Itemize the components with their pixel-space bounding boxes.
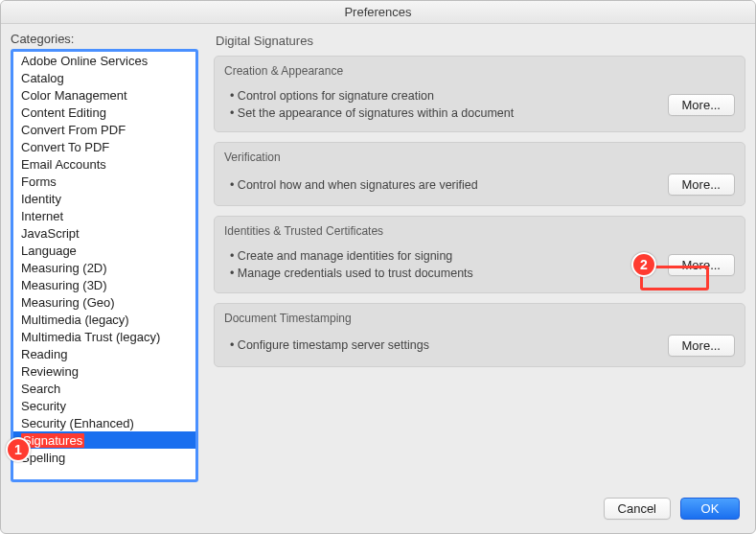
- category-item-color-management[interactable]: Color Management: [13, 86, 195, 104]
- category-item-security[interactable]: Security: [13, 397, 195, 414]
- window-title: Preferences: [1, 1, 755, 24]
- category-item-search[interactable]: Search: [13, 380, 195, 397]
- more-button[interactable]: More...: [668, 94, 735, 116]
- section-heading: Verification: [224, 151, 735, 164]
- section-bullets: Control how and when signatures are veri…: [224, 176, 478, 194]
- category-item-measuring-3d-[interactable]: Measuring (3D): [13, 276, 195, 293]
- categories-listbox[interactable]: Adobe Online ServicesCatalogColor Manage…: [13, 52, 195, 479]
- category-item-multimedia-trust-legacy-[interactable]: Multimedia Trust (legacy): [13, 328, 195, 345]
- section-bullets: Create and manage identities for signing…: [224, 247, 473, 282]
- section-row: Control options for signature creationSe…: [224, 87, 735, 122]
- section-row: Create and manage identities for signing…: [224, 247, 735, 282]
- category-item-adobe-online-services[interactable]: Adobe Online Services: [13, 52, 195, 69]
- categories-listbox-highlight: Adobe Online ServicesCatalogColor Manage…: [11, 49, 198, 482]
- bullet-item: Create and manage identities for signing: [230, 247, 473, 265]
- section-bullets: Control options for signature creationSe…: [224, 87, 514, 122]
- bullet-item: Set the appearance of signatures within …: [230, 104, 514, 122]
- section-identities-trusted-certificates: Identities & Trusted CertificatesCreate …: [214, 216, 745, 292]
- bullet-item: Control options for signature creation: [230, 87, 514, 104]
- ok-button[interactable]: OK: [680, 498, 740, 520]
- section-verification: VerificationControl how and when signatu…: [214, 142, 745, 206]
- category-item-javascript[interactable]: JavaScript: [13, 224, 195, 242]
- section-row: Control how and when signatures are veri…: [224, 174, 735, 196]
- category-item-content-editing[interactable]: Content Editing: [13, 104, 195, 121]
- bullet-item: Control how and when signatures are veri…: [230, 176, 478, 194]
- settings-panel: Digital Signatures Creation & Appearance…: [214, 32, 745, 488]
- category-item-email-accounts[interactable]: Email Accounts: [13, 155, 195, 173]
- category-item-catalog[interactable]: Catalog: [13, 69, 195, 86]
- category-item-convert-to-pdf[interactable]: Convert To PDF: [13, 138, 195, 155]
- bullet-item: Configure timestamp server settings: [230, 337, 429, 354]
- category-item-language[interactable]: Language: [13, 242, 195, 259]
- preferences-window: Preferences Categories: Adobe Online Ser…: [0, 0, 756, 534]
- cancel-button[interactable]: Cancel: [604, 498, 671, 520]
- panel-title: Digital Signatures: [216, 34, 745, 48]
- section-row: Configure timestamp server settingsMore.…: [224, 335, 735, 357]
- annotation-callout-2: 2: [631, 252, 656, 277]
- dialog-footer: Cancel OK: [1, 488, 755, 533]
- category-item-spelling[interactable]: Spelling: [13, 449, 195, 466]
- categories-label: Categories:: [11, 32, 198, 46]
- more-button[interactable]: More...: [668, 335, 735, 357]
- category-item-measuring-2d-[interactable]: Measuring (2D): [13, 259, 195, 276]
- more-button[interactable]: More...: [668, 254, 735, 276]
- section-heading: Document Timestamping: [224, 312, 735, 325]
- category-item-reading[interactable]: Reading: [13, 345, 195, 362]
- section-heading: Creation & Appearance: [224, 64, 735, 78]
- category-item-convert-from-pdf[interactable]: Convert From PDF: [13, 121, 195, 138]
- category-item-internet[interactable]: Internet: [13, 207, 195, 224]
- category-item-reviewing[interactable]: Reviewing: [13, 362, 195, 380]
- more-button[interactable]: More...: [668, 174, 735, 196]
- section-bullets: Configure timestamp server settings: [224, 337, 429, 354]
- section-document-timestamping: Document TimestampingConfigure timestamp…: [214, 303, 745, 367]
- category-item-multimedia-legacy-[interactable]: Multimedia (legacy): [13, 311, 195, 328]
- category-item-measuring-geo-[interactable]: Measuring (Geo): [13, 293, 195, 311]
- category-item-signatures[interactable]: Signatures: [13, 431, 195, 449]
- category-item-identity[interactable]: Identity: [13, 190, 195, 207]
- categories-column: Categories: Adobe Online ServicesCatalog…: [11, 32, 198, 488]
- category-item-forms[interactable]: Forms: [13, 173, 195, 190]
- settings-sections: Creation & AppearanceControl options for…: [214, 56, 745, 488]
- annotation-callout-1: 1: [6, 437, 31, 462]
- category-item-security-enhanced-[interactable]: Security (Enhanced): [13, 414, 195, 431]
- category-item-label: Signatures: [21, 433, 84, 448]
- bullet-item: Manage credentials used to trust documen…: [230, 265, 473, 282]
- section-creation-appearance: Creation & AppearanceControl options for…: [214, 56, 745, 132]
- section-heading: Identities & Trusted Certificates: [224, 224, 735, 238]
